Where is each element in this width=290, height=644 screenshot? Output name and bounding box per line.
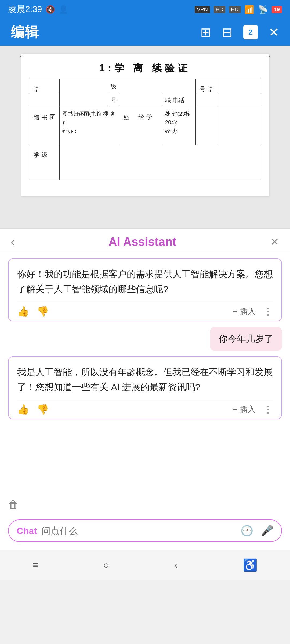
ai-message-1-text: 你好！我的功能是根据客户的需求提供人工智能解决方案。您想了解关于人工智能领域的哪… xyxy=(17,266,273,302)
top-bar-icons: ⊞ ⊟ 2 ✕ xyxy=(200,25,279,40)
tab-count[interactable]: 2 xyxy=(243,25,258,39)
cell-content: 号 xyxy=(111,96,117,105)
nav-accessibility[interactable]: ♿ xyxy=(243,558,258,572)
msg-action-right: ≡ 插入 ⋮ xyxy=(233,306,273,317)
close-icon[interactable]: ✕ xyxy=(269,25,279,40)
ai-message-1-actions: 👍 👎 ≡ 插入 ⋮ xyxy=(17,302,273,321)
cell-content: 图书归还图(书馆 楼 务 ):经办： xyxy=(62,109,117,135)
chat-input-box: Chat 🕐 🎤 xyxy=(8,519,282,542)
chat-input-row: Chat 🕐 🎤 xyxy=(0,515,290,550)
cell-content: 处 销(23栋204):经 办 xyxy=(165,109,193,135)
ai-panel-header: ‹ AI Assistant ✕ xyxy=(0,229,290,253)
dislike-button-1[interactable]: 👎 xyxy=(37,306,49,317)
table-row: 学 级 学号 xyxy=(30,79,260,93)
msg-action-left-2: 👍 👎 xyxy=(17,404,49,415)
msg-action-right-2: ≡ 插入 ⋮ xyxy=(233,404,273,415)
more-button-1[interactable]: ⋮ xyxy=(263,306,273,317)
wifi-icon: 📡 xyxy=(258,5,268,14)
more-button-2[interactable]: ⋮ xyxy=(263,404,273,415)
status-time: 凌晨2:39 xyxy=(8,3,42,15)
form-table: 学 级 学号 xyxy=(30,79,260,180)
ai-message-2: 我是人工智能，所以没有年龄概念。但我已经在不断学习和发展了！您想知道一些有关 A… xyxy=(8,356,282,419)
chat-input-label: Chat xyxy=(17,526,37,536)
like-button-1[interactable]: 👍 xyxy=(17,306,29,317)
signal-icon: 📶 xyxy=(244,5,254,14)
table-row: 图书馆 图书归还图(书馆 楼 务 ):经办： 学经处 处 销(23栋204):经… xyxy=(30,107,260,145)
corner-tl: ⌐ xyxy=(20,52,24,60)
nav-back[interactable]: ‹ xyxy=(174,559,177,571)
corner-tr: ¬ xyxy=(266,52,270,60)
battery-badge: 19 xyxy=(272,6,282,13)
ai-close-button[interactable]: ✕ xyxy=(270,236,279,248)
top-bar: 编辑 ⊞ ⊟ 2 ✕ xyxy=(0,19,290,46)
chat-input[interactable] xyxy=(41,526,236,536)
nav-home[interactable]: ○ xyxy=(103,559,109,571)
ai-message-2-actions: 👍 👎 ≡ 插入 ⋮ xyxy=(17,400,273,419)
document-page: ⌐ ¬ 1:学 离 续验证 学 级 xyxy=(21,54,269,196)
like-button-2[interactable]: 👍 xyxy=(17,404,29,415)
chat-area: 你好！我的功能是根据客户的需求提供人工智能解决方案。您想了解关于人工智能领域的哪… xyxy=(0,253,290,495)
cell-label: 学经处 xyxy=(122,109,153,111)
chat-mic-icon[interactable]: 🎤 xyxy=(261,525,273,537)
mute-icon: 🔇 xyxy=(46,5,55,14)
crop-icon[interactable]: ⊞ xyxy=(200,25,211,40)
document-title: 1:学 离 续验证 xyxy=(30,62,260,75)
user-message-row: 你今年几岁了 xyxy=(8,327,282,351)
chat-input-icons: 🕐 🎤 xyxy=(241,525,273,537)
cell-content: 级 xyxy=(111,82,117,91)
hd-badge2: HD xyxy=(229,6,241,13)
status-bar: 凌晨2:39 🔇 👤 VPN HD HD 📶 📡 19 xyxy=(0,0,290,19)
table-row: 号 联 电话 xyxy=(30,93,260,107)
vpn-badge: VPN xyxy=(195,6,210,13)
cell-label: 级学 xyxy=(32,147,49,148)
clear-btn-row: 🗑 xyxy=(0,495,290,515)
nav-menu[interactable]: ≡ xyxy=(32,559,38,571)
chat-history-icon[interactable]: 🕐 xyxy=(241,525,253,537)
insert-label-2: 插入 xyxy=(240,404,256,415)
insert-button-1[interactable]: ≡ 插入 xyxy=(233,306,256,317)
top-bar-title: 编辑 xyxy=(11,23,39,42)
ai-title: AI Assistant xyxy=(108,235,176,248)
insert-label: 插入 xyxy=(240,306,256,317)
ai-panel: ‹ AI Assistant ✕ 你好！我的功能是根据客户的需求提供人工智能解决… xyxy=(0,228,290,550)
cell-label: 学 xyxy=(32,82,41,83)
insert-icon: ≡ xyxy=(233,307,237,316)
ai-message-2-text: 我是人工智能，所以没有年龄概念。但我已经在不断学习和发展了！您想知道一些有关 A… xyxy=(17,364,273,400)
dislike-button-2[interactable]: 👎 xyxy=(37,404,49,415)
document-area: ⌐ ¬ 1:学 离 续验证 学 级 xyxy=(0,46,290,228)
cell-label: 图书馆 xyxy=(32,109,57,111)
grid-icon[interactable]: ⊟ xyxy=(222,25,233,40)
back-button[interactable]: ‹ xyxy=(11,235,15,248)
status-left: 凌晨2:39 🔇 👤 xyxy=(8,3,68,15)
insert-icon-2: ≡ xyxy=(233,405,237,414)
profile-icon: 👤 xyxy=(59,5,68,14)
hd-badge1: HD xyxy=(214,6,225,13)
bottom-nav: ≡ ○ ‹ ♿ xyxy=(0,550,290,580)
cell-label: 学号 xyxy=(198,82,215,83)
clear-button[interactable]: 🗑 xyxy=(8,499,19,511)
insert-button-2[interactable]: ≡ 插入 xyxy=(233,404,256,415)
status-right: VPN HD HD 📶 📡 19 xyxy=(195,5,282,14)
table-row: 级学 xyxy=(30,145,260,180)
ai-message-1: 你好！我的功能是根据客户的需求提供人工智能解决方案。您想了解关于人工智能领域的哪… xyxy=(8,258,282,321)
cell-content: 联 电话 xyxy=(165,96,193,105)
user-message-1: 你今年几岁了 xyxy=(210,327,282,351)
msg-action-left: 👍 👎 xyxy=(17,306,49,317)
